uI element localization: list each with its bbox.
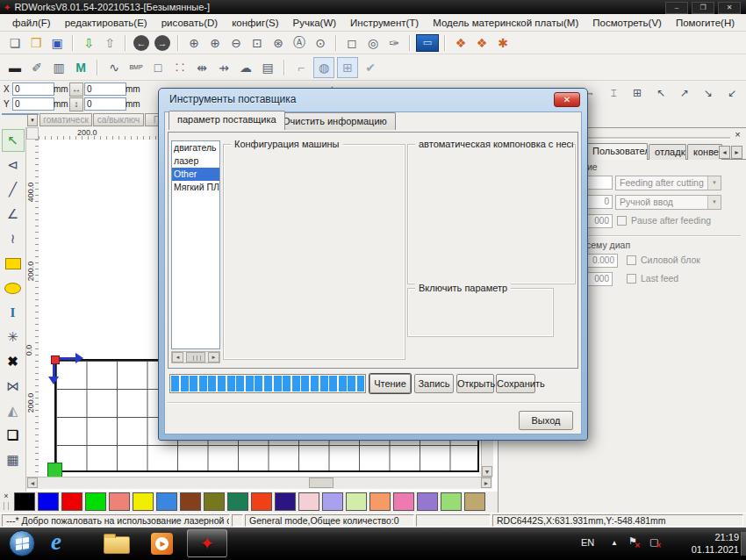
color-swatch[interactable] xyxy=(156,492,177,511)
size-height-icon[interactable]: ⌶ xyxy=(604,83,623,103)
arrow-top-right-icon[interactable]: ↗ xyxy=(675,83,694,103)
color-swatch[interactable] xyxy=(346,492,367,511)
scroll-right-icon[interactable]: ► xyxy=(481,477,491,488)
read-button[interactable]: Чтение xyxy=(369,374,411,393)
palette-close-icon[interactable]: × xyxy=(2,492,11,500)
menu-edit[interactable]: редактировать(E) xyxy=(58,18,154,28)
color-swatch[interactable] xyxy=(180,492,201,511)
import-image-icon[interactable]: ⇩ xyxy=(79,33,98,53)
color-swatch[interactable] xyxy=(464,492,485,511)
tab-scroll-right-icon[interactable]: ► xyxy=(731,146,742,159)
snap-icon[interactable]: ◎ xyxy=(363,33,383,53)
scroll-down-icon[interactable]: ▼ xyxy=(482,466,492,477)
color-swatch[interactable] xyxy=(369,492,391,511)
color-swatch[interactable] xyxy=(393,492,414,511)
align-3-icon[interactable]: ✱ xyxy=(493,33,513,53)
h-space-2-icon[interactable]: ⇸ xyxy=(214,58,233,77)
color-swatch[interactable] xyxy=(109,492,130,511)
size-both-icon[interactable]: ⊞ xyxy=(628,83,647,103)
menu-handle[interactable]: Ручка(W) xyxy=(285,18,343,28)
horizontal-scrollbar[interactable]: ◄ ► xyxy=(26,477,492,489)
zoom-view-icon[interactable]: ⊙ xyxy=(311,33,330,53)
tab-vendor-params[interactable]: параметр поставщика xyxy=(169,111,285,130)
category-listbox[interactable]: двигатель лазер Other Мягкий ПЛК xyxy=(171,140,220,349)
h-scroll-thumb[interactable] xyxy=(309,477,334,488)
list-item-softplc[interactable]: Мягкий ПЛК xyxy=(172,181,219,194)
menu-config[interactable]: конфиг(S) xyxy=(225,18,285,28)
mirror-vertical-icon[interactable]: ◭ xyxy=(2,399,25,422)
tab-conveyor[interactable]: конвер xyxy=(687,144,722,160)
color-swatch[interactable] xyxy=(227,492,248,511)
mirror-horizontal-icon[interactable]: ⋈ xyxy=(2,375,25,398)
zoom-page-icon[interactable]: ⊡ xyxy=(247,33,267,53)
align-1-icon[interactable]: ❖ xyxy=(451,33,470,53)
on-off-button[interactable]: са/выключ xyxy=(93,113,144,126)
show-desktop-button[interactable] xyxy=(741,532,746,556)
list-item-laser[interactable]: лазер xyxy=(172,154,219,168)
zoom-in-icon[interactable]: ⊕ xyxy=(184,33,204,53)
rect-check-icon[interactable]: □ xyxy=(148,58,168,77)
select-cursor-icon[interactable]: ↖ xyxy=(2,129,25,152)
align-2-icon[interactable]: ❖ xyxy=(472,33,491,53)
height-lock-icon[interactable]: ↕ xyxy=(69,97,83,111)
exit-button[interactable]: Выход xyxy=(519,411,573,430)
tab-debug[interactable]: отладка xyxy=(649,144,686,160)
list-item-other[interactable]: Other xyxy=(172,168,219,181)
width-lock-icon[interactable]: ↔ xyxy=(69,83,83,97)
last-feed-checkbox[interactable] xyxy=(627,274,636,284)
media-player-icon[interactable]: ▶ xyxy=(151,533,173,555)
export-image-icon[interactable]: ⇧ xyxy=(100,33,119,53)
x-position-input[interactable]: 0 xyxy=(12,83,54,96)
offset-tool-icon[interactable]: ❏ xyxy=(2,424,25,447)
tab-scroll-left-icon[interactable]: ◄ xyxy=(719,146,730,159)
dialog-close-button[interactable]: ✕ xyxy=(554,92,580,107)
h-space-icon[interactable]: ⇹ xyxy=(192,58,212,77)
color-swatch[interactable] xyxy=(38,492,59,511)
array-copy-icon[interactable]: ▦ xyxy=(2,449,25,471)
sim-frame-icon[interactable]: ⊞ xyxy=(337,57,358,78)
node-icon[interactable]: ⸬ xyxy=(170,58,190,77)
pause-after-feeding-checkbox[interactable] xyxy=(617,216,627,226)
internet-explorer-icon[interactable]: e xyxy=(51,528,61,556)
list-scroll-left-icon[interactable]: ◄ xyxy=(172,352,183,363)
color-swatch[interactable] xyxy=(204,492,225,511)
close-button[interactable]: ✕ xyxy=(718,2,741,14)
menu-view[interactable]: Посмотреть(V) xyxy=(585,18,669,28)
network-icon[interactable]: ▢✕ xyxy=(649,536,658,548)
draw-line-icon[interactable]: ╱ xyxy=(2,178,25,201)
save-file-button[interactable]: Сохранить xyxy=(496,374,535,393)
double-check-icon[interactable]: ✔ xyxy=(361,58,380,77)
draw-star-icon[interactable]: ✳ xyxy=(2,326,25,348)
list-scroll-right-icon[interactable]: ► xyxy=(208,352,219,363)
pen-plus-icon[interactable]: ✐ xyxy=(27,58,47,77)
frame-corner-icon[interactable]: ⌐ xyxy=(291,58,311,77)
preview-monitor-icon[interactable]: ▭ xyxy=(416,34,439,52)
laser-head-marker[interactable] xyxy=(47,463,62,477)
color-swatch[interactable] xyxy=(85,492,106,511)
cloud-icon[interactable]: ☁ xyxy=(236,58,255,77)
scroll-left-icon[interactable]: ◄ xyxy=(27,477,38,488)
arrow-bottom-left-icon[interactable]: ↙ xyxy=(722,83,742,103)
draw-text-icon[interactable]: I xyxy=(2,301,25,324)
color-swatch[interactable] xyxy=(275,492,296,511)
back-icon[interactable]: ← xyxy=(133,35,149,51)
new-file-icon[interactable]: ❏ xyxy=(5,33,25,53)
color-swatch[interactable] xyxy=(298,492,319,511)
zoom-select-icon[interactable]: Ⓐ xyxy=(290,33,309,53)
width-input[interactable]: 0 xyxy=(84,83,126,96)
action-center-flag-icon[interactable]: ⚑✕ xyxy=(628,535,637,547)
color-swatch[interactable] xyxy=(14,492,35,511)
color-swatch[interactable] xyxy=(61,492,82,511)
tab-user[interactable]: Пользователь xyxy=(586,143,648,160)
zoom-out-icon[interactable]: ⊖ xyxy=(226,33,246,53)
menu-file[interactable]: файл(F) xyxy=(5,18,58,28)
list-scrollbar[interactable]: ◄ ► xyxy=(171,351,220,363)
scale-dropdown-icon[interactable]: ▼ xyxy=(27,114,38,126)
draw-bezier-icon[interactable]: ≀ xyxy=(2,227,25,250)
arrow-bottom-right-icon[interactable]: ↘ xyxy=(699,83,718,103)
tray-expand-icon[interactable]: ▲ xyxy=(611,539,618,547)
clock[interactable]: 21:19 01.11.2021 xyxy=(676,531,739,556)
write-button[interactable]: Запись xyxy=(414,374,454,393)
color-swatch[interactable] xyxy=(251,492,272,511)
menu-mainboard[interactable]: Модель материнской платы(M) xyxy=(426,18,585,28)
